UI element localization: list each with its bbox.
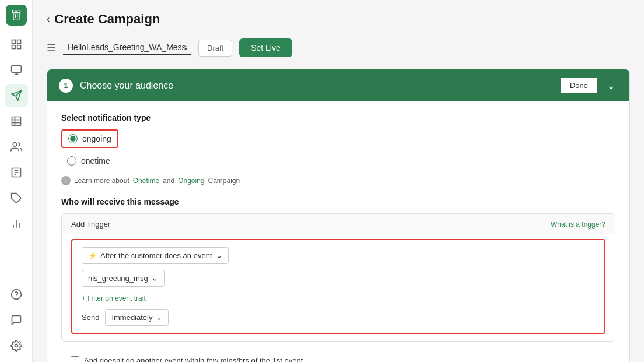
radio-option-ongoing[interactable]: ongoing xyxy=(61,129,118,148)
event-type-dropdown[interactable]: ⚡ After the customer does an event ⌄ xyxy=(82,247,229,264)
info-note: i Learn more about Onetime and Ongoing C… xyxy=(61,176,615,185)
sidebar-item-forms[interactable] xyxy=(5,161,28,184)
checkbox-row-1: And doesn't do another event within few … xyxy=(61,349,615,362)
svg-rect-3 xyxy=(12,45,15,49)
event-type-label: After the customer does an event xyxy=(100,251,212,260)
radio-ongoing-label: ongoing xyxy=(82,134,111,143)
send-label: Send xyxy=(82,313,99,322)
info-text-prefix: Learn more about xyxy=(74,177,130,185)
radio-option-onetime[interactable]: onetime xyxy=(61,153,615,169)
send-timing-label: Immediately xyxy=(111,313,152,322)
sidebar-item-dashboard[interactable] xyxy=(5,33,28,56)
draft-badge: Draft xyxy=(198,40,232,57)
campaign-name-input[interactable] xyxy=(63,40,191,55)
sidebar-item-monitor[interactable] xyxy=(5,58,28,82)
svg-rect-5 xyxy=(11,66,21,73)
send-row: Send Immediately ⌄ xyxy=(82,309,595,326)
chevron-down-icon: ⌄ xyxy=(216,251,222,260)
radio-ongoing[interactable] xyxy=(68,134,78,143)
notification-type-group: ongoing onetime xyxy=(61,129,615,169)
page-header: ‹ Create Campaign xyxy=(47,12,630,27)
sidebar xyxy=(0,0,33,362)
svg-point-23 xyxy=(15,345,18,347)
section-title: Choose your audience xyxy=(80,80,554,91)
filter-link[interactable]: + Filter on event trait xyxy=(82,294,146,303)
menu-icon[interactable]: ☰ xyxy=(47,41,56,54)
sidebar-bottom xyxy=(5,283,28,357)
app-logo xyxy=(6,5,27,26)
radio-onetime-label: onetime xyxy=(81,156,110,166)
sidebar-item-settings[interactable] xyxy=(5,334,28,357)
filter-row: + Filter on event trait xyxy=(82,293,595,303)
svg-rect-1 xyxy=(12,40,15,44)
trigger-event-row: ⚡ After the customer does an event ⌄ xyxy=(82,247,595,264)
add-trigger-label: Add Trigger xyxy=(71,220,110,229)
svg-point-12 xyxy=(13,143,17,147)
section-body: Select notification type ongoing onetime… xyxy=(47,101,629,362)
collapse-button[interactable]: ⌄ xyxy=(604,79,618,92)
back-button[interactable]: ‹ xyxy=(47,14,50,24)
chevron-down-icon3: ⌄ xyxy=(156,313,162,322)
info-icon: i xyxy=(61,176,71,185)
checkbox-no-event[interactable] xyxy=(71,356,79,362)
svg-rect-4 xyxy=(17,45,20,49)
sidebar-item-help[interactable] xyxy=(5,283,28,306)
trigger-header: Add Trigger What is a trigger? xyxy=(62,214,615,234)
lightning-icon: ⚡ xyxy=(88,252,97,260)
audience-section: 1 Choose your audience Done ⌄ Select not… xyxy=(47,69,630,362)
svg-rect-8 xyxy=(12,117,20,126)
who-title: Who will receive this message xyxy=(61,197,615,206)
section-number: 1 xyxy=(59,79,73,93)
main-content: ‹ Create Campaign ☰ Draft Set Live 1 Cho… xyxy=(33,0,644,362)
toolbar: ☰ Draft Set Live xyxy=(47,38,630,57)
sidebar-item-feedback[interactable] xyxy=(5,308,28,332)
sidebar-item-campaigns[interactable] xyxy=(5,84,28,107)
sidebar-item-table[interactable] xyxy=(5,110,28,133)
info-link-ongoing[interactable]: Ongoing xyxy=(178,177,204,185)
chevron-down-icon2: ⌄ xyxy=(152,274,158,283)
notification-type-label: Select notification type xyxy=(61,113,615,122)
sidebar-item-coupon[interactable] xyxy=(5,187,28,210)
page-title: Create Campaign xyxy=(54,12,160,27)
checkbox-1-label: And doesn't do another event within few … xyxy=(84,356,303,362)
done-button[interactable]: Done xyxy=(561,78,597,93)
info-text-suffix: Campaign xyxy=(208,177,240,185)
trigger-box: Add Trigger What is a trigger? ⚡ After t… xyxy=(61,213,615,342)
radio-onetime[interactable] xyxy=(67,156,76,166)
event-name-dropdown[interactable]: hls_greeting_msg ⌄ xyxy=(82,270,164,287)
info-text-mid: and xyxy=(163,177,174,185)
section-header: 1 Choose your audience Done ⌄ xyxy=(47,69,629,101)
sidebar-item-analytics[interactable] xyxy=(5,212,28,236)
set-live-button[interactable]: Set Live xyxy=(239,38,292,57)
event-name-label: hls_greeting_msg xyxy=(88,274,148,283)
trigger-event-name-row: hls_greeting_msg ⌄ xyxy=(82,270,595,287)
svg-rect-0 xyxy=(15,11,18,13)
trigger-body: ⚡ After the customer does an event ⌄ hls… xyxy=(71,239,606,334)
sidebar-item-contacts[interactable] xyxy=(5,135,28,159)
send-timing-dropdown[interactable]: Immediately ⌄ xyxy=(105,309,169,326)
svg-rect-2 xyxy=(17,40,20,44)
what-is-trigger-link[interactable]: What is a trigger? xyxy=(551,220,606,229)
info-link-onetime[interactable]: Onetime xyxy=(133,177,159,185)
